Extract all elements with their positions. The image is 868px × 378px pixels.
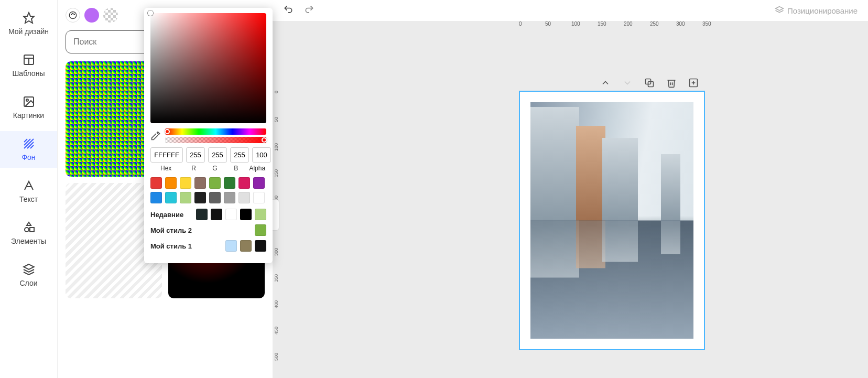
image-icon [23, 95, 35, 108]
color-swatch[interactable] [225, 209, 237, 220]
layers-icon [23, 263, 35, 276]
palette-swatch[interactable] [253, 177, 265, 189]
color-swatch[interactable] [255, 240, 266, 252]
color-wheel-button[interactable] [66, 8, 80, 23]
sidebar-item-layers[interactable]: Слои [0, 257, 57, 294]
hex-input[interactable] [150, 147, 183, 163]
color-swatch[interactable] [255, 224, 266, 236]
svg-point-17 [72, 13, 73, 14]
alpha-slider[interactable] [165, 137, 266, 143]
positioning-button[interactable]: Позиционирование [775, 6, 858, 15]
canvas-toolbar: Позиционирование [273, 0, 868, 21]
svg-point-16 [71, 14, 72, 15]
svg-line-9 [27, 142, 34, 148]
ruler-tick: 400 [274, 300, 279, 308]
layers-icon [775, 6, 784, 15]
star-icon [23, 12, 35, 24]
b-label: B [227, 165, 245, 172]
color-swatch[interactable] [240, 209, 252, 220]
move-up-button[interactable] [600, 78, 611, 90]
positioning-label: Позиционирование [787, 6, 858, 15]
eyedropper-icon[interactable] [150, 131, 161, 141]
ruler-tick: 300 [676, 21, 685, 27]
svg-line-8 [24, 139, 27, 142]
add-button[interactable] [688, 78, 699, 90]
r-label: R [185, 165, 202, 172]
palette-swatch[interactable] [165, 177, 177, 189]
redo-icon [304, 4, 314, 15]
recent-label: Недавние [150, 211, 183, 219]
ruler-tick: 350 [702, 21, 711, 27]
shapes-icon [23, 221, 35, 234]
sidebar-item-label: Слои [19, 279, 37, 287]
background-icon [23, 137, 35, 150]
palette-swatch[interactable] [165, 192, 177, 203]
trash-icon [666, 78, 677, 88]
color-swatch[interactable] [211, 209, 222, 220]
sidebar-item-label: Мой дизайн [8, 27, 49, 36]
g-input[interactable] [208, 147, 227, 163]
sidebar-item-text[interactable]: Текст [0, 173, 57, 210]
palette-icon [69, 11, 77, 19]
palette-swatch[interactable] [194, 192, 206, 203]
plus-square-icon [688, 78, 699, 88]
ruler-tick: 250 [650, 21, 659, 27]
palette-swatch[interactable] [238, 177, 250, 189]
palette-swatch[interactable] [194, 177, 206, 189]
palette-swatch[interactable] [180, 177, 191, 189]
alpha-input[interactable] [252, 147, 271, 163]
palette-swatch[interactable] [224, 177, 235, 189]
palette-swatch[interactable] [238, 192, 250, 203]
palette-swatch[interactable] [150, 177, 162, 189]
alpha-label: Alpha [248, 165, 266, 172]
hue-slider[interactable] [165, 128, 266, 135]
current-color-swatch[interactable] [84, 8, 99, 23]
svg-marker-21 [775, 7, 783, 11]
palette-swatch[interactable] [224, 192, 235, 203]
color-swatch[interactable] [196, 209, 208, 220]
text-icon [23, 179, 35, 192]
template-icon [23, 53, 35, 66]
ruler-tick: 150 [274, 169, 279, 177]
svg-point-11 [25, 228, 29, 232]
palette-swatch[interactable] [150, 192, 162, 203]
color-picker-popover: Hex R G B Alpha Недавние Мой стиль 2 Мой… [144, 8, 273, 263]
palette-swatch[interactable] [209, 192, 221, 203]
color-swatch[interactable] [240, 240, 252, 252]
sv-handle[interactable] [148, 10, 153, 16]
color-swatch[interactable] [225, 240, 237, 252]
sidebar-item-elements[interactable]: Элементы [0, 215, 57, 252]
sidebar-item-label: Картинки [13, 111, 44, 120]
palette-swatch[interactable] [253, 192, 265, 203]
artboard[interactable] [519, 91, 705, 350]
palette-swatch[interactable] [180, 192, 191, 203]
svg-marker-0 [24, 13, 34, 23]
placed-image[interactable] [530, 102, 693, 339]
sidebar-item-templates[interactable]: Шаблоны [0, 47, 57, 84]
ruler-horizontal: 050100150200250300350 [283, 21, 868, 30]
ruler-tick: 150 [598, 21, 606, 27]
r-input[interactable] [186, 147, 205, 163]
sidebar-item-images[interactable]: Картинки [0, 89, 57, 126]
svg-rect-12 [30, 228, 34, 232]
g-label: G [206, 165, 224, 172]
chevron-down-icon [622, 78, 633, 88]
sidebar-item-my-design[interactable]: Мой дизайн [0, 5, 57, 42]
saturation-value-area[interactable] [150, 13, 266, 123]
move-down-button[interactable] [622, 78, 633, 90]
palette-swatch[interactable] [209, 177, 221, 189]
color-swatch[interactable] [255, 209, 266, 220]
panel-collapse-handle[interactable] [272, 199, 279, 231]
undo-button[interactable] [283, 4, 294, 17]
ruler-tick: 0 [274, 91, 279, 93]
sidebar-item-background[interactable]: Фон [0, 131, 57, 168]
duplicate-button[interactable] [644, 78, 655, 90]
canvas-viewport[interactable] [283, 30, 868, 378]
hex-label: Hex [150, 165, 181, 172]
svg-marker-14 [24, 264, 34, 269]
ruler-tick: 100 [571, 21, 580, 27]
redo-button[interactable] [304, 4, 314, 17]
b-input[interactable] [230, 147, 249, 163]
transparent-swatch[interactable] [103, 8, 118, 23]
delete-button[interactable] [666, 78, 677, 90]
